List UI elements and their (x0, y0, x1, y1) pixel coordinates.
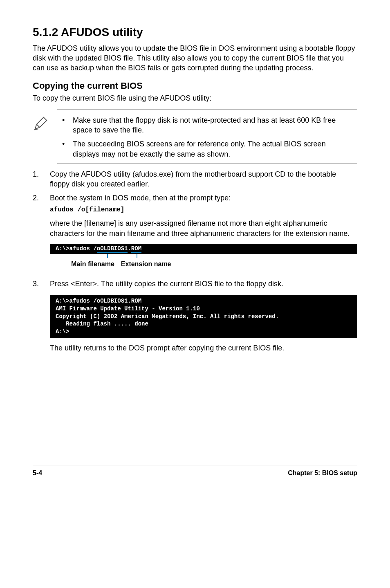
note-text: Make sure that the floppy disk is not wr… (73, 115, 354, 135)
step-number: 2. (33, 193, 50, 275)
step-text: Copy the AFUDOS utility (afudos.exe) fro… (50, 169, 357, 189)
console-ext: ROM (131, 245, 141, 253)
step-number: 1. (33, 169, 50, 189)
tick-mark (107, 254, 108, 258)
section-heading: 5.1.2 AFUDOS utility (33, 25, 357, 40)
label-main-filename: Main filename (71, 260, 114, 269)
note-text: The succeeding BIOS screens are for refe… (73, 139, 354, 159)
step-number: 3. (33, 279, 50, 359)
note-item: • Make sure that the floppy disk is not … (61, 115, 354, 135)
step-item: 2. Boot the system in DOS mode, then at … (33, 193, 357, 275)
note-callout: • Make sure that the floppy disk is not … (33, 109, 357, 164)
step-after-text: where the [filename] is any user-assigne… (50, 218, 357, 238)
step-text: Press <Enter>. The utility copies the cu… (50, 279, 357, 289)
pencil-icon (33, 109, 57, 134)
step-after-text: The utility returns to the DOS prompt af… (50, 343, 357, 353)
chapter-label: Chapter 5: BIOS setup (288, 469, 357, 478)
intro-paragraph: The AFUDOS utility allows you to update … (33, 43, 357, 73)
console-prefix: A:\>afudos / (56, 245, 97, 252)
console-dot: . (128, 245, 131, 252)
console-output: A:\>afudos /oOLDBIOS1.ROM (50, 244, 357, 254)
page-number: 5-4 (33, 469, 42, 478)
step-text: Boot the system in DOS mode, then at the… (50, 193, 357, 203)
page-footer: 5-4 Chapter 5: BIOS setup (33, 465, 357, 478)
command-code: afudos /o[filename] (50, 206, 357, 215)
annotation-labels: Main filename Extension name (50, 260, 357, 269)
console-main-filename: oOLDBIOS1 (97, 245, 128, 253)
step-item: 1. Copy the AFUDOS utility (afudos.exe) … (33, 169, 357, 189)
annotation-ticks (56, 256, 357, 260)
bullet-icon: • (61, 115, 73, 135)
subsection-heading: Copying the current BIOS (33, 80, 357, 92)
step-item: 3. Press <Enter>. The utility copies the… (33, 279, 357, 359)
note-box: • Make sure that the floppy disk is not … (57, 109, 357, 164)
bullet-icon: • (61, 139, 73, 159)
subsection-intro: To copy the current BIOS file using the … (33, 93, 357, 103)
note-item: • The succeeding BIOS screens are for re… (61, 139, 354, 159)
tick-mark (137, 254, 137, 258)
label-extension-name: Extension name (121, 260, 171, 269)
console-output: A:\>afudos /oOLDBIOS1.ROM AMI Firmware U… (50, 295, 357, 338)
